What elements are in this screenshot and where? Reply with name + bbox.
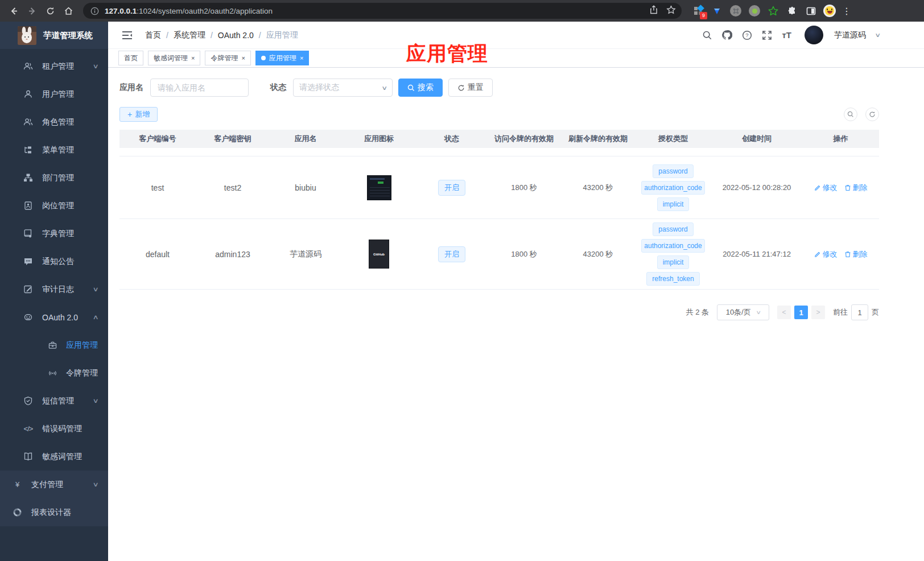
extensions-puzzle-icon[interactable] <box>786 5 798 17</box>
plus-icon: + <box>127 110 132 119</box>
star-extension-icon[interactable] <box>767 5 779 17</box>
app-icon-cell: GitHub <box>341 240 416 269</box>
app-name-input[interactable] <box>150 79 249 97</box>
active-dot <box>261 56 266 60</box>
sidebar-item-dict[interactable]: 字典管理 <box>0 220 108 248</box>
sidebar-item-dept[interactable]: 部门管理 <box>0 164 108 192</box>
gem-extension-icon[interactable] <box>711 5 723 17</box>
prev-page-button[interactable]: < <box>777 306 791 319</box>
open-book-icon <box>23 452 33 461</box>
profile-emoji-icon[interactable] <box>823 5 836 17</box>
dictionary-icon <box>23 229 33 238</box>
sidebar-item-error-code[interactable]: </> 错误码管理 <box>0 415 108 443</box>
sidebar-item-notice[interactable]: 通知公告 <box>0 248 108 275</box>
top-navbar: 首页 / 系统管理 / OAuth 2.0 / 应用管理 ? тT 芋道源码 <box>108 22 924 49</box>
app-name-cell: 芋道源码 <box>270 249 341 259</box>
table-toolbar: + 新增 <box>119 107 879 122</box>
sidebar-item-menu[interactable]: 菜单管理 <box>0 136 108 164</box>
info-icon[interactable] <box>89 5 100 16</box>
close-icon[interactable]: × <box>191 55 195 61</box>
status-cell: 开启 <box>416 246 487 262</box>
goto-page-input[interactable] <box>851 304 868 320</box>
edit-link[interactable]: 修改 <box>814 249 838 259</box>
reload-icon[interactable] <box>42 3 58 19</box>
app-name-cell: biubiu <box>270 183 341 192</box>
page-content: 应用名 状态 请选择状态 ∨ 搜索 <box>108 68 924 561</box>
search-button[interactable]: 搜索 <box>398 79 443 97</box>
home-icon[interactable] <box>60 3 76 19</box>
breadcrumb: 首页 / 系统管理 / OAuth 2.0 / 应用管理 <box>145 30 298 40</box>
sidebar-item-role[interactable]: 角色管理 <box>0 108 108 136</box>
edit-link[interactable]: 修改 <box>814 183 838 193</box>
created-cell: 2022-05-12 00:28:20 <box>711 183 802 192</box>
bookmark-star-icon[interactable] <box>666 5 676 17</box>
side-panel-icon[interactable] <box>805 5 817 17</box>
chevron-down-icon: ∨ <box>92 63 98 70</box>
url-path: :1024/system/oauth2/oauth2/application <box>137 7 273 15</box>
github-icon[interactable] <box>721 30 733 41</box>
fullscreen-icon[interactable] <box>761 30 773 41</box>
current-page-button[interactable]: 1 <box>794 306 808 319</box>
record-extension-icon[interactable] <box>748 5 761 17</box>
grant-types-cell: password authorization_code implicit <box>635 164 711 211</box>
delete-link[interactable]: 删除 <box>844 183 868 193</box>
refresh-icon[interactable] <box>865 108 879 121</box>
refresh-ttl-cell: 43200 秒 <box>561 249 635 259</box>
close-icon[interactable]: × <box>300 55 303 61</box>
address-bar[interactable]: 127.0.0.1:1024/system/oauth2/oauth2/appl… <box>83 3 682 19</box>
actions-cell: 修改 删除 <box>802 249 879 259</box>
sidebar-item-oauth[interactable]: OAuth 2.0∧ <box>0 303 108 331</box>
font-size-icon[interactable]: тT <box>781 30 793 41</box>
role-users-icon <box>23 117 33 127</box>
app-logo[interactable]: 芋道管理系统 <box>0 22 108 49</box>
breadcrumb-oauth[interactable]: OAuth 2.0 <box>218 31 254 40</box>
token-broadcast-icon <box>48 368 57 378</box>
sidebar-collapse-icon[interactable] <box>122 31 133 40</box>
table-row: default admin123 芋道源码 GitHub 开启 1800 秒 4… <box>119 219 879 290</box>
reset-button[interactable]: 重置 <box>448 79 493 97</box>
tab-application[interactable]: 应用管理× <box>255 51 309 65</box>
sidebar-item-report-designer[interactable]: 报表设计器 <box>0 498 108 526</box>
page-size-select[interactable]: 10条/页 ∨ <box>717 304 769 320</box>
status-cell: 开启 <box>416 180 487 196</box>
back-icon[interactable] <box>6 3 22 19</box>
command-extension-icon[interactable] <box>729 5 742 17</box>
breadcrumb-home[interactable]: 首页 <box>145 30 161 40</box>
navbar-actions: ? тT 芋道源码 ∨ <box>702 26 880 44</box>
menu-dots-icon[interactable]: ⋮ <box>842 5 851 17</box>
delete-link[interactable]: 删除 <box>844 249 868 259</box>
sidebar-item-oauth-token[interactable]: 令牌管理 <box>0 359 108 387</box>
user-menu-caret-icon[interactable]: ∨ <box>874 32 881 38</box>
tab-manager-extension-icon[interactable]: 9 <box>692 5 704 17</box>
sidebar-item-post[interactable]: 岗位管理 <box>0 192 108 220</box>
sidebar-item-tenant[interactable]: 租户管理∨ <box>0 52 108 80</box>
breadcrumb-system[interactable]: 系统管理 <box>174 30 205 40</box>
sidebar-item-sensitive-word[interactable]: 敏感词管理 <box>0 443 108 471</box>
user-avatar[interactable] <box>805 26 823 44</box>
search-icon[interactable] <box>702 30 713 41</box>
sidebar-item-audit-log[interactable]: 审计日志∨ <box>0 275 108 303</box>
app-name-label: 应用名 <box>119 82 143 93</box>
tab-token[interactable]: 令牌管理× <box>205 51 250 65</box>
forward-icon[interactable] <box>24 3 40 19</box>
toggle-search-icon[interactable] <box>844 108 857 121</box>
close-icon[interactable]: × <box>241 55 245 61</box>
sidebar-item-oauth-application[interactable]: 应用管理 <box>0 331 108 359</box>
tab-sensitive-word[interactable]: 敏感词管理× <box>148 51 200 65</box>
sidebar-item-payment[interactable]: ¥ 支付管理∨ <box>0 471 108 498</box>
help-icon[interactable]: ? <box>741 30 753 41</box>
sidebar-item-user[interactable]: 用户管理 <box>0 80 108 108</box>
client-id-cell: test <box>119 183 196 192</box>
sidebar-item-sms[interactable]: 短信管理∨ <box>0 387 108 415</box>
tab-home[interactable]: 首页 <box>118 51 143 65</box>
tenant-users-icon <box>23 61 33 71</box>
status-select[interactable]: 请选择状态 ∨ <box>293 79 393 97</box>
svg-text:?: ? <box>745 32 748 38</box>
grant-tag: authorization_code <box>641 181 705 195</box>
view-tabs: 首页 敏感词管理× 令牌管理× 应用管理× <box>108 49 924 68</box>
add-button[interactable]: + 新增 <box>119 107 158 122</box>
next-page-button[interactable]: > <box>811 306 825 319</box>
share-icon[interactable] <box>649 5 658 16</box>
client-secret-cell: test2 <box>196 183 270 192</box>
page-unit-label: 页 <box>872 307 879 317</box>
